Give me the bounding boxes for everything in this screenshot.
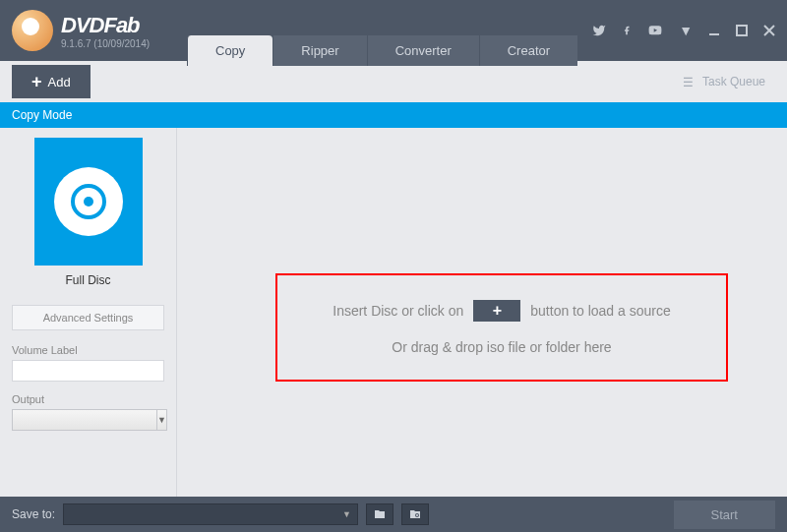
plus-icon: + [31,73,42,90]
svg-point-3 [416,514,418,516]
copy-mode-tile[interactable] [34,138,143,266]
tab-converter[interactable]: Converter [367,35,479,66]
add-button[interactable]: + Add [12,65,91,98]
menu-dropdown-icon[interactable]: ▼ [679,23,693,38]
volume-label-input[interactable] [12,360,164,382]
tab-ripper[interactable]: Ripper [272,35,366,66]
tab-creator[interactable]: Creator [479,35,577,66]
app-name: DVDFab [61,13,150,38]
svg-rect-1 [737,26,747,35]
save-to-label: Save to: [12,507,55,521]
add-button-label: Add [48,75,71,89]
youtube-icon[interactable] [647,24,663,37]
disc-icon [54,167,123,236]
main-tabs: Copy Ripper Converter Creator [187,35,577,66]
twitter-icon[interactable] [592,24,606,37]
save-to-select[interactable]: ▼ [63,503,358,525]
copy-mode-bar: Copy Mode [0,102,787,128]
main-panel: Insert Disc or click on + button to load… [177,128,787,497]
task-queue-icon [683,76,696,88]
close-icon[interactable] [763,25,775,36]
output-caption: Output [12,393,164,405]
output-select[interactable] [12,409,157,431]
output-select-arrow[interactable]: ▼ [157,409,167,431]
task-queue-label: Task Queue [702,75,765,89]
drop-zone[interactable]: Insert Disc or click on + button to load… [275,273,728,382]
iso-button[interactable] [401,503,429,525]
app-version: 9.1.6.7 (10/09/2014) [61,38,150,49]
maximize-icon[interactable] [736,25,748,36]
facebook-icon[interactable] [622,24,632,37]
minimize-icon[interactable] [708,25,720,36]
toolbar: + Add Task Queue [0,61,787,102]
volume-label-caption: Volume Label [12,344,164,356]
svg-rect-0 [709,33,719,35]
app-logo-icon [12,10,53,51]
drop-text-suffix: button to load a source [530,303,670,319]
browse-folder-button[interactable] [366,503,394,525]
start-button[interactable]: Start [674,501,775,529]
task-queue-button[interactable]: Task Queue [673,69,775,94]
chevron-down-icon: ▼ [342,509,351,519]
advanced-settings-button[interactable]: Advanced Settings [12,305,164,330]
inline-add-button[interactable]: + [473,300,520,322]
copy-mode-label: Full Disc [12,273,164,287]
sidebar: Full Disc Advanced Settings Volume Label… [0,128,177,497]
drop-text-line2: Or drag & drop iso file or folder here [392,339,611,355]
tab-copy[interactable]: Copy [187,35,272,66]
status-bar: Save to: ▼ Start [0,497,787,532]
drop-text-prefix: Insert Disc or click on [333,303,463,319]
